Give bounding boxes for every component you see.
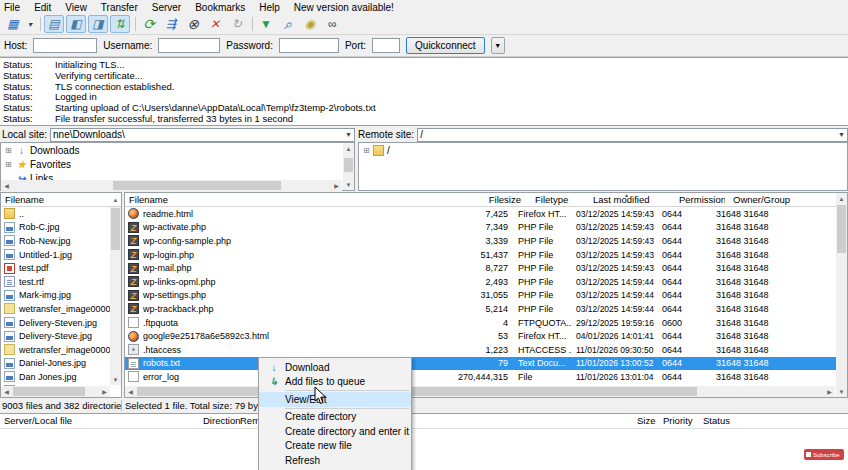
file-row[interactable]: wetransfer_image00001-jp <box>1 302 121 316</box>
file-row[interactable]: wetransfer_image00001-jp <box>1 343 121 357</box>
file-row[interactable]: wp-config-sample.php 3,339 PHP File 03/1… <box>125 234 847 248</box>
remote-site-combo[interactable]: / ▼ <box>417 128 848 142</box>
toggle-queue-icon[interactable]: ⇅ <box>110 15 130 33</box>
remote-list-vscrollbar[interactable]: ▲▼ <box>836 193 847 397</box>
toggle-remote-tree-icon[interactable]: ◨ <box>88 15 108 33</box>
file-row[interactable]: Rob-C.jpg <box>1 221 121 235</box>
toggle-local-tree-icon[interactable]: ◧ <box>66 15 86 33</box>
file-row[interactable]: Delivery-Steve.jpg <box>1 329 121 343</box>
menu-view[interactable]: View <box>65 2 87 13</box>
site-manager-icon[interactable]: ▦ <box>3 15 23 33</box>
port-input[interactable] <box>372 38 400 53</box>
menu-server[interactable]: Server <box>152 2 181 13</box>
file-row[interactable]: wp-links-opml.php 2,493 PHP File 03/12/2… <box>125 275 847 289</box>
local-list-hscrollbar[interactable]: ◀▶ <box>1 386 110 397</box>
disconnect-icon[interactable]: ✕ <box>205 15 225 33</box>
local-list-vscrollbar[interactable]: ▲▼ <box>110 207 121 385</box>
toolbar-separator <box>249 16 254 32</box>
file-row[interactable]: wp-activate.php 7,349 PHP File 03/12/202… <box>125 221 847 235</box>
file-icon <box>128 249 139 260</box>
sync-browsing-icon[interactable]: ◉ <box>300 15 320 33</box>
column-header-priority[interactable]: Priority <box>663 415 693 426</box>
column-header-permissions[interactable]: Permissions <box>675 194 725 205</box>
context-item-create-directory-enter[interactable]: Create directory and enter it <box>259 424 411 439</box>
host-label: Host: <box>4 40 27 51</box>
menu-help[interactable]: Help <box>259 2 280 13</box>
tree-expander-icon[interactable]: ⊞ <box>5 160 15 169</box>
host-input[interactable] <box>33 38 97 53</box>
tree-item-downloads[interactable]: ⊞ ↓ Downloads <box>1 143 354 157</box>
context-item-create-new-file[interactable]: Create new file <box>259 439 411 454</box>
context-item-create-directory[interactable]: Create directory <box>259 410 411 425</box>
column-header-filetype[interactable]: Filetype <box>531 194 585 205</box>
transfer-queue: Server/Local file Direction Rem Size Pri… <box>0 413 848 470</box>
password-input[interactable] <box>279 38 339 53</box>
toggle-log-icon[interactable]: ▤ <box>44 15 64 33</box>
file-row[interactable]: .. <box>1 207 121 221</box>
quickconnect-dropdown-icon[interactable]: ▼ <box>491 37 505 54</box>
column-header-server-local-file[interactable]: Server/Local file <box>4 415 72 426</box>
column-header-last-modified[interactable]: ▴Last modified <box>589 194 669 205</box>
quickconnect-bar: Host: Username: Password: Port: Quickcon… <box>0 35 848 57</box>
tree-expander-icon[interactable]: ⊞ <box>363 146 373 155</box>
file-row[interactable]: Daniel-Jones.jpg <box>1 357 121 371</box>
local-tree-vscrollbar[interactable]: ▲▼ <box>343 143 354 190</box>
cancel-icon[interactable]: ⊗ <box>183 15 203 33</box>
file-row[interactable]: .ftpquota 4 FTPQUOTA... 29/12/2025 19:59… <box>125 316 847 330</box>
process-queue-icon[interactable]: ⇶ <box>161 15 181 33</box>
context-item-view-edit[interactable]: View/Edit <box>259 392 411 407</box>
file-row[interactable]: Dan Jones.jpg <box>1 370 121 384</box>
username-input[interactable] <box>158 38 220 53</box>
remote-list-hscrollbar[interactable]: ◀▶ <box>125 386 835 397</box>
local-tree-hscrollbar[interactable]: ◀▶ <box>1 180 342 191</box>
toolbar-separator <box>37 16 42 32</box>
context-item-download[interactable]: ↓ Download <box>259 360 411 375</box>
refresh-icon[interactable]: ⟳ <box>139 15 159 33</box>
menu-transfer[interactable]: Transfer <box>101 2 138 13</box>
file-row[interactable]: .htaccess 1,223 HTACCESS ... 11/01/2026 … <box>125 343 847 357</box>
find-files-icon[interactable]: ∞ <box>322 15 342 33</box>
quickconnect-button[interactable]: Quickconnect <box>406 37 485 54</box>
file-row[interactable]: error_log 270,444,315 File 11/01/2026 13… <box>125 370 847 384</box>
column-header-filename[interactable]: Filename <box>125 194 441 205</box>
tree-item-favorites[interactable]: ⊞ ★ Favorites <box>1 157 354 171</box>
reconnect-icon[interactable]: ↻ <box>227 15 247 33</box>
message-log: Status: Initializing TLS... Status: Veri… <box>0 57 848 126</box>
context-item-add-to-queue[interactable]: ↳ Add files to queue <box>259 375 411 390</box>
tree-item-root[interactable]: ⊞ / <box>359 143 847 157</box>
file-row[interactable]: test.rtf <box>1 275 121 289</box>
file-row[interactable]: test.pdf <box>1 261 121 275</box>
chevron-down-icon[interactable]: ▼ <box>838 131 845 138</box>
column-header-filesize[interactable]: Filesize <box>441 194 521 205</box>
column-header-owner-group[interactable]: Owner/Group <box>729 194 839 205</box>
menu-new-version[interactable]: New version available! <box>294 2 394 13</box>
column-header-status[interactable]: Status <box>703 415 730 426</box>
local-site-label: Local site: <box>0 129 47 140</box>
local-site-combo[interactable]: nne\Downloads\ ▼ <box>50 128 355 142</box>
site-manager-dropdown-icon[interactable]: ▾ <box>25 15 35 33</box>
file-icon <box>4 263 15 274</box>
file-icon <box>128 317 139 328</box>
file-row[interactable]: robots.txt 79 Text Docu... 11/01/2026 13… <box>125 357 847 371</box>
file-row[interactable]: wp-mail.php 8,727 PHP File 03/12/2025 14… <box>125 261 847 275</box>
file-row[interactable]: Rob-New.jpg <box>1 234 121 248</box>
context-item-refresh[interactable]: Refresh <box>259 453 411 468</box>
file-row[interactable]: google9e25178a6e5892c3.html 53 Firefox H… <box>125 329 847 343</box>
file-row[interactable]: Mark-img.jpg <box>1 289 121 303</box>
filter-icon[interactable]: ▼ <box>256 15 276 33</box>
menu-edit[interactable]: Edit <box>34 2 51 13</box>
file-row[interactable]: Untitled-1.jpg <box>1 248 121 262</box>
file-row[interactable]: wp-trackback.php 5,214 PHP File 03/12/20… <box>125 302 847 316</box>
column-header-direction[interactable]: Direction <box>203 415 241 426</box>
file-row[interactable]: readme.html 7,425 Firefox HT... 03/12/20… <box>125 207 847 221</box>
column-header-size[interactable]: Size <box>637 415 655 426</box>
menu-file[interactable]: File <box>4 2 20 13</box>
menu-bookmarks[interactable]: Bookmarks <box>195 2 245 13</box>
file-row[interactable]: wp-login.php 51,437 PHP File 03/12/2025 … <box>125 248 847 262</box>
file-row[interactable]: wp-settings.php 31,055 PHP File 03/12/20… <box>125 289 847 303</box>
tree-expander-icon[interactable]: ⊞ <box>5 146 15 155</box>
file-row[interactable]: Delivery-Steven.jpg <box>1 316 121 330</box>
chevron-down-icon[interactable]: ▼ <box>345 131 352 138</box>
column-header-filename[interactable]: Filename <box>1 194 44 205</box>
compare-icon[interactable]: ⌕ <box>278 15 298 33</box>
